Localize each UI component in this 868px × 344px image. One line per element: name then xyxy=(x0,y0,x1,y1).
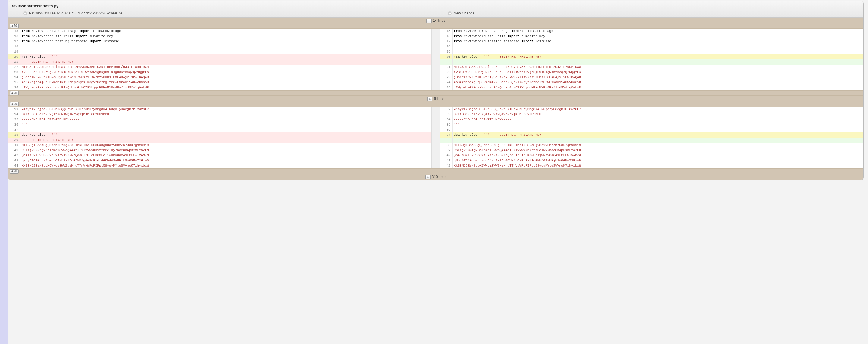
line-number-right[interactable]: 15 xyxy=(440,29,453,34)
line-number-right[interactable]: 25 xyxy=(440,85,453,90)
code-right[interactable]: AoGAXgjbn4j6qSDRmemlkX5Spnq0SQhXTk0gytBe… xyxy=(453,80,864,85)
code-right[interactable]: MIICXQIBAAKBgQCsElbDaXtsLctXBQVu8N55ptQ3… xyxy=(453,64,864,70)
code-left[interactable]: MIIBugIBAAKBgQDddn3Hr3guZXLlmRLlneT0HSUa… xyxy=(20,143,431,148)
line-number-left[interactable]: 33 xyxy=(8,107,20,112)
line-number-left[interactable]: 36 xyxy=(8,122,20,127)
code-right[interactable]: qNnjATC1+ub/4dwnbO4sL2zlAoGAVM/g9ePoFxdl… xyxy=(453,158,864,163)
code-right[interactable] xyxy=(453,44,864,49)
line-number-right[interactable]: 35 xyxy=(440,122,453,127)
line-number-right[interactable]: 36 xyxy=(440,127,453,133)
line-number-left[interactable]: 44 xyxy=(8,163,20,168)
line-number-right[interactable] xyxy=(440,138,453,143)
code-right[interactable]: SK+fSBGKFq+n2FxQIt9OWswQ+wbvq9jmJmLCGxuU… xyxy=(453,112,864,117)
line-number-right[interactable]: 37 xyxy=(440,133,453,138)
expand-button[interactable]: + xyxy=(425,175,430,179)
code-left[interactable]: MIICXQIBAAKBgQCsElbDaXtsLctXBQVu8N55ptQ3… xyxy=(20,64,431,70)
line-number-left[interactable]: 23 xyxy=(8,70,20,75)
line-number-right[interactable]: 38 xyxy=(440,143,453,148)
line-number-right[interactable]: 17 xyxy=(440,39,453,44)
code-left[interactable]: AoGAXgjbn4j6qSDRmemlkX5Spnq0SQhXTk0gytBe… xyxy=(20,80,431,85)
line-number-left[interactable]: 20 xyxy=(8,54,20,59)
line-number-right[interactable]: 19 xyxy=(440,49,453,54)
expand-20-button[interactable]: +20 xyxy=(10,24,19,28)
line-number-left[interactable]: 39 xyxy=(8,138,20,143)
code-left[interactable]: from reviewboard.ssh.utils import humani… xyxy=(20,34,431,39)
code-left[interactable]: rsa_key_blob = """ xyxy=(20,54,431,59)
expand-20-button[interactable]: +20 xyxy=(10,91,19,95)
line-number-right[interactable]: 42 xyxy=(440,163,453,168)
line-number-left[interactable]: 38 xyxy=(8,133,20,138)
code-right[interactable]: cIWyhMowEk+LkX/rhdstR4kQuhkgGtkO78YLjqmH… xyxy=(453,85,864,90)
code-right[interactable]: dsa_key_blob = """-----BEGIN DSA PRIVATE… xyxy=(453,133,864,138)
line-number-right[interactable]: 34 xyxy=(440,117,453,122)
code-left[interactable]: QbAlsBxTEVPB6CxtF9srVs3SXNbQddGI/PidEK00… xyxy=(20,153,431,158)
code-right[interactable] xyxy=(453,49,864,54)
line-number-right[interactable]: 22 xyxy=(440,70,453,75)
line-number-left[interactable]: 26 xyxy=(8,85,20,90)
line-number-left[interactable]: 17 xyxy=(8,39,20,44)
code-right[interactable] xyxy=(453,127,864,133)
expand-20-button[interactable]: +20 xyxy=(10,102,19,106)
line-number-right[interactable]: 20 xyxy=(440,54,453,59)
code-right[interactable]: tVB9uPeZOPDJrWgu7Gn2k48oRkGdl+9+WtnaNvgb… xyxy=(453,70,864,75)
line-number-left[interactable]: 25 xyxy=(8,80,20,85)
code-left[interactable]: 91syrIxOdjoc3uB+Zn8CQQCpvbEXIU/76MH/yDmg… xyxy=(20,107,431,112)
code-right[interactable] xyxy=(453,138,864,143)
code-left[interactable] xyxy=(20,127,431,133)
code-right[interactable]: """ xyxy=(453,122,864,127)
line-number-right[interactable]: 33 xyxy=(440,112,453,117)
code-left[interactable]: from reviewboard.ssh.storage import File… xyxy=(20,29,431,34)
line-number-right[interactable]: 41 xyxy=(440,158,453,163)
code-left[interactable]: dsa_key_blob = """ xyxy=(20,133,431,138)
code-left[interactable]: C6Tzjk300tgxDpTnmqlOVwoQA44tIFYlxvw9Knxt… xyxy=(20,148,431,153)
line-number-left[interactable]: 22 xyxy=(8,64,20,70)
code-right[interactable]: from reviewboard.ssh.utils import humani… xyxy=(453,34,864,39)
code-right[interactable]: jBnhczMC90PnM+Bvq6TyDaufXqYP7w8Xk1TsW7nz… xyxy=(453,75,864,80)
code-right[interactable]: rsa_key_blob = """-----BEGIN RSA PRIVATE… xyxy=(453,54,864,59)
expand-20-button[interactable]: +20 xyxy=(10,169,19,173)
line-number-left[interactable]: 21 xyxy=(8,59,20,64)
code-right[interactable]: 91syrIxOdjoc3uB+Zn8CQQCpvbEXIU/76MH/yDmg… xyxy=(453,107,864,112)
expand-button[interactable]: + xyxy=(427,97,433,101)
code-right[interactable]: -----END RSA PRIVATE KEY----- xyxy=(453,117,864,122)
code-left[interactable]: jBnhczMC90PnM+Bvq6TyDaufXqYP7w8Xk1TsW7nz… xyxy=(20,75,431,80)
line-number-right[interactable]: 18 xyxy=(440,44,453,49)
code-left[interactable]: """ xyxy=(20,122,431,127)
line-number-left[interactable]: 24 xyxy=(8,75,20,80)
line-number-left[interactable]: 19 xyxy=(8,49,20,54)
line-number-left[interactable]: 43 xyxy=(8,158,20,163)
line-number-right[interactable]: 21 xyxy=(440,64,453,70)
line-number-right[interactable]: 40 xyxy=(440,153,453,158)
line-number-left[interactable]: 35 xyxy=(8,117,20,122)
code-left[interactable]: from reviewboard.testing.testcase import… xyxy=(20,39,431,44)
line-number-left[interactable]: 37 xyxy=(8,127,20,133)
code-left[interactable]: -----BEGIN RSA PRIVATE KEY----- xyxy=(20,59,431,64)
line-number-left[interactable]: 40 xyxy=(8,143,20,148)
line-number-right[interactable]: 39 xyxy=(440,148,453,153)
line-number-left[interactable]: 15 xyxy=(8,29,20,34)
line-number-left[interactable]: 41 xyxy=(8,148,20,153)
line-number-left[interactable]: 42 xyxy=(8,153,20,158)
code-left[interactable]: cIWyhMowEk+LkX/rhdstR4kQuhkgGtkO78YLjqmH… xyxy=(20,85,431,90)
line-number-right[interactable]: 24 xyxy=(440,80,453,85)
line-number-right[interactable] xyxy=(440,59,453,64)
code-right[interactable]: MIIBugIBAAKBgQDddn3Hr3guZXLlmRLlneT0HSUa… xyxy=(453,143,864,148)
code-right[interactable]: QbAlsBxTEVPB6CxtF9srVs3SXNbQddGI/PidEK00… xyxy=(453,153,864,158)
line-number-right[interactable]: 32 xyxy=(440,107,453,112)
code-left[interactable]: qNnjATC1+ub/4dwnbO4sL2zlAoGAVM/g9ePoFxdl… xyxy=(20,158,431,163)
line-number-right[interactable]: 16 xyxy=(440,34,453,39)
expand-button[interactable]: + xyxy=(427,19,432,23)
code-left[interactable] xyxy=(20,49,431,54)
code-left[interactable] xyxy=(20,44,431,49)
code-right[interactable]: KkSBNJ2Es/8ppX6Wkgi3WWZNsMruTTnVyWPqPIPp… xyxy=(453,163,864,168)
code-left[interactable]: -----BEGIN DSA PRIVATE KEY----- xyxy=(20,138,431,143)
line-number-left[interactable]: 34 xyxy=(8,112,20,117)
code-left[interactable]: KkSBNJ2Es/8ppX6Wkgi3WWZNsMruTTnVyWPqPIPp… xyxy=(20,163,431,168)
code-right[interactable] xyxy=(453,59,864,64)
line-number-left[interactable]: 16 xyxy=(8,34,20,39)
line-number-left[interactable]: 18 xyxy=(8,44,20,49)
code-right[interactable]: C6Tzjk300tgxDpTnmqlOVwoQA44tIFYlxvw9Knxt… xyxy=(453,148,864,153)
code-right[interactable]: from reviewboard.testing.testcase import… xyxy=(453,39,864,44)
code-right[interactable]: from reviewboard.ssh.storage import File… xyxy=(453,29,864,34)
code-left[interactable]: tVB9uPeZOPDJrWgu7Gn2k48oRkGdl+9+WtnaNvgb… xyxy=(20,70,431,75)
